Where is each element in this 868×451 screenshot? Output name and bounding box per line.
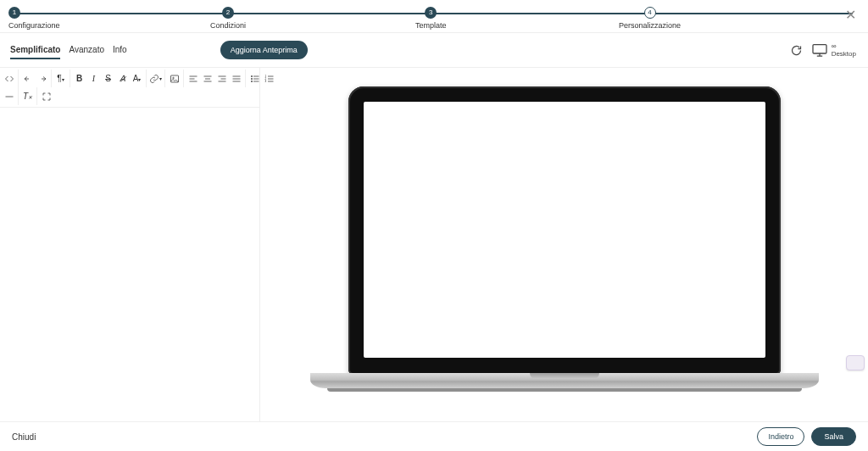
svg-point-5 [251, 81, 252, 81]
pilcrow-icon[interactable]: ¶▾ [53, 71, 68, 86]
svg-point-2 [172, 77, 174, 79]
step-3-label: Template [415, 21, 447, 30]
bold-icon[interactable]: B [72, 71, 86, 86]
laptop-bezel [348, 86, 781, 375]
step-2-dot: 2 [222, 7, 234, 19]
align-justify-icon[interactable] [229, 71, 243, 86]
laptop-screen [364, 102, 765, 358]
wizard-stepper: 1 Configurazione 2 Condizioni 3 Template… [0, 0, 868, 32]
refresh-icon[interactable] [790, 44, 803, 57]
device-infinity: ∞ [832, 42, 856, 50]
svg-point-4 [251, 78, 252, 79]
image-icon[interactable] [167, 71, 181, 86]
code-icon[interactable] [2, 71, 16, 86]
editor-tabs: Semplificato Avanzato Info [10, 42, 127, 59]
hr-icon[interactable] [2, 89, 16, 103]
monitor-icon [811, 43, 828, 57]
step-4-dot: 4 [644, 7, 656, 19]
italic-icon[interactable]: I [86, 71, 101, 86]
tab-simplified[interactable]: Semplificato [10, 42, 60, 59]
svg-rect-0 [813, 45, 826, 53]
step-1-label: Configurazione [8, 21, 60, 30]
step-2-label: Condizioni [210, 21, 246, 30]
laptop-notch [530, 373, 599, 379]
svg-point-3 [251, 75, 252, 76]
back-button[interactable]: Indietro [757, 427, 804, 446]
laptop-base [310, 373, 819, 388]
preview-pane [260, 68, 868, 421]
tab-info[interactable]: Info [113, 42, 127, 59]
link-icon[interactable]: ▾ [148, 71, 163, 86]
chat-widget-icon[interactable] [846, 355, 865, 370]
close-icon[interactable]: ✕ [845, 7, 856, 23]
redo-icon[interactable] [35, 71, 49, 86]
editor-pane: ¶▾ B I S A̷ A▾ ▾ [0, 68, 260, 421]
tab-advanced[interactable]: Avanzato [69, 42, 104, 59]
main-area: ¶▾ B I S A̷ A▾ ▾ [0, 68, 868, 421]
device-label: Desktop [832, 50, 856, 58]
laptop-mockup [310, 86, 819, 392]
subscript-icon[interactable]: A▾ [130, 71, 144, 86]
clear-icon[interactable]: T✕ [20, 89, 35, 103]
align-left-icon[interactable] [186, 71, 200, 86]
step-3-dot: 3 [425, 7, 437, 19]
close-button[interactable]: Chiudi [12, 432, 36, 442]
strike-icon[interactable]: S [101, 71, 115, 86]
preview-controls: ∞ Desktop [790, 42, 856, 58]
save-button[interactable]: Salva [811, 427, 856, 446]
step-4-label: Personalizzazione [619, 21, 681, 30]
laptop-foot [327, 388, 802, 392]
step-1-dot: 1 [8, 7, 20, 19]
controls-row: Semplificato Avanzato Info Aggiorna Ante… [0, 32, 868, 68]
step-3[interactable]: 3 Template [415, 7, 447, 30]
step-1[interactable]: 1 Configurazione [8, 7, 60, 30]
device-select[interactable]: ∞ Desktop [811, 42, 856, 58]
undo-icon[interactable] [20, 71, 35, 86]
align-center-icon[interactable] [200, 71, 214, 86]
footer-bar: Chiudi Indietro Salva [0, 421, 868, 451]
update-preview-button[interactable]: Aggiorna Anteprima [220, 41, 308, 59]
clear-format-icon[interactable]: A̷ [115, 71, 130, 86]
editor-toolbar: ¶▾ B I S A̷ A▾ ▾ [0, 68, 259, 108]
device-label-wrap: ∞ Desktop [832, 42, 856, 58]
fullscreen-icon[interactable] [39, 89, 53, 103]
step-4[interactable]: 4 Personalizzazione [619, 7, 681, 30]
align-right-icon[interactable] [214, 71, 229, 86]
step-2[interactable]: 2 Condizioni [210, 7, 246, 30]
